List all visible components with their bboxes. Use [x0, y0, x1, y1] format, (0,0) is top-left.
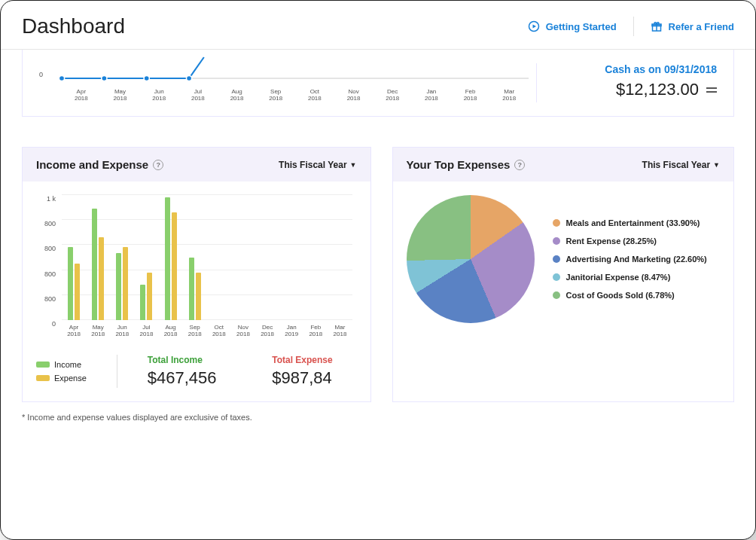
bar [99, 237, 104, 320]
y-tick: 800 [44, 295, 56, 303]
income-expense-card: Income and Expense ? This Fiscal Year ▼ … [22, 147, 371, 402]
income-expense-title-text: Income and Expense [36, 158, 148, 171]
play-circle-icon [528, 20, 540, 32]
x-tick: Feb2018 [303, 324, 328, 338]
divider [633, 17, 634, 36]
legend-income-label: Income [54, 360, 81, 369]
bar [75, 264, 80, 320]
bar [140, 285, 145, 320]
getting-started-label: Getting Started [546, 21, 617, 32]
bar-group [328, 195, 352, 320]
svg-line-6 [189, 57, 204, 78]
y-tick: 800 [44, 270, 56, 278]
cash-trend-chart: 0 Apr2018May2018Jun2018Jul2018Aug2018Sep… [39, 63, 536, 102]
legend-dot [553, 237, 560, 245]
pie-legend-item: Janitorial Expense (8.47%) [553, 273, 707, 282]
x-tick: Nov2018 [231, 324, 255, 338]
bar [189, 258, 194, 320]
bar [165, 197, 170, 320]
cash-value-row: $12,123.00 [553, 80, 717, 99]
x-tick: Sep2018 [183, 324, 207, 338]
pie-legend: Meals and Entertainment (33.90%)Rent Exp… [553, 218, 707, 300]
x-tick: Apr2018 [62, 324, 86, 338]
x-tick: Dec2018 [373, 88, 412, 102]
swatch-expense [36, 375, 50, 381]
y-tick: 800 [44, 245, 56, 252]
svg-point-9 [144, 76, 149, 81]
bar-group [183, 195, 207, 320]
bar [147, 273, 152, 320]
cash-row: 0 Apr2018May2018Jun2018Jul2018Aug2018Sep… [22, 50, 734, 117]
top-expenses-period-picker[interactable]: This Fiscal Year ▼ [642, 160, 720, 170]
top-expenses-title-text: Your Top Expenses [407, 158, 511, 171]
caret-down-icon: ▼ [713, 161, 720, 169]
x-tick: Jan2018 [412, 88, 451, 102]
total-expense-value: $987,84 [272, 368, 332, 388]
income-expense-period-label: This Fiscal Year [279, 160, 347, 170]
refer-friend-link[interactable]: Refer a Friend [651, 20, 734, 32]
swatch-income [36, 362, 50, 368]
bar [92, 209, 97, 320]
legend-income: Income [36, 360, 87, 369]
income-expense-title: Income and Expense ? [36, 158, 163, 171]
page-title: Dashboard [22, 14, 125, 38]
header-actions: Getting Started Refer a Friend [528, 17, 734, 36]
cash-date-link[interactable]: Cash as on 09/31/2018 [553, 63, 717, 75]
bar-group [62, 195, 86, 320]
bar-group [279, 195, 303, 320]
menu-icon[interactable] [706, 87, 717, 93]
bar-group [159, 195, 183, 320]
x-tick: May2018 [86, 324, 110, 338]
legend-label: Janitorial Expense (8.47%) [566, 273, 671, 282]
x-tick: Dec2018 [255, 324, 279, 338]
x-tick: Oct2018 [207, 324, 231, 338]
header: Dashboard Getting Started Refer a Friend [1, 1, 755, 50]
x-tick: Jul2018 [134, 324, 158, 338]
legend-expense-label: Expense [54, 374, 87, 383]
income-expense-period-picker[interactable]: This Fiscal Year ▼ [279, 160, 356, 170]
svg-point-10 [186, 76, 191, 81]
total-income: Total Income $467,456 [148, 355, 217, 388]
total-income-label: Total Income [148, 355, 217, 365]
bar [172, 212, 177, 320]
income-expense-footnote: * Income and expense values displayed ar… [22, 413, 734, 422]
legend-label: Cost of Goods Sold (6.78%) [566, 291, 675, 300]
legend-label: Meals and Entertainment (33.90%) [566, 218, 700, 227]
legend-dot [553, 219, 560, 227]
x-tick: Apr2018 [62, 88, 101, 102]
pie-legend-item: Advertising And Marketing (22.60%) [553, 255, 707, 264]
total-expense: Total Expense $987,84 [272, 355, 332, 388]
svg-point-8 [102, 76, 107, 81]
bar-legend: Income Expense [36, 360, 87, 383]
svg-point-7 [59, 76, 64, 81]
legend-expense: Expense [36, 374, 87, 383]
bar-group [110, 195, 134, 320]
x-tick: Feb2018 [451, 88, 490, 102]
gift-icon [651, 20, 663, 32]
bar-group [231, 195, 255, 320]
total-income-value: $467,456 [148, 368, 217, 388]
x-tick: Aug2018 [159, 324, 183, 338]
x-tick: Oct2018 [295, 88, 334, 102]
bar [123, 247, 128, 320]
bar-group [255, 195, 279, 320]
bar-group [207, 195, 231, 320]
x-tick: Jun2018 [139, 88, 178, 102]
x-tick: Mar2018 [489, 88, 529, 102]
legend-dot [553, 255, 560, 263]
y-tick: 0 [52, 320, 56, 328]
top-expenses-period-label: This Fiscal Year [642, 160, 711, 170]
help-icon[interactable]: ? [153, 160, 163, 170]
refer-friend-label: Refer a Friend [669, 21, 734, 32]
bar-group [303, 195, 328, 320]
x-tick: Aug2018 [218, 88, 257, 102]
bar-group [86, 195, 110, 320]
bar-group [134, 195, 158, 320]
pie-legend-item: Meals and Entertainment (33.90%) [553, 218, 707, 227]
bar [68, 247, 73, 320]
svg-marker-1 [532, 25, 536, 29]
getting-started-link[interactable]: Getting Started [528, 20, 617, 32]
x-tick: Jun2018 [110, 324, 134, 338]
total-expense-label: Total Expense [272, 355, 332, 365]
help-icon[interactable]: ? [514, 160, 525, 170]
